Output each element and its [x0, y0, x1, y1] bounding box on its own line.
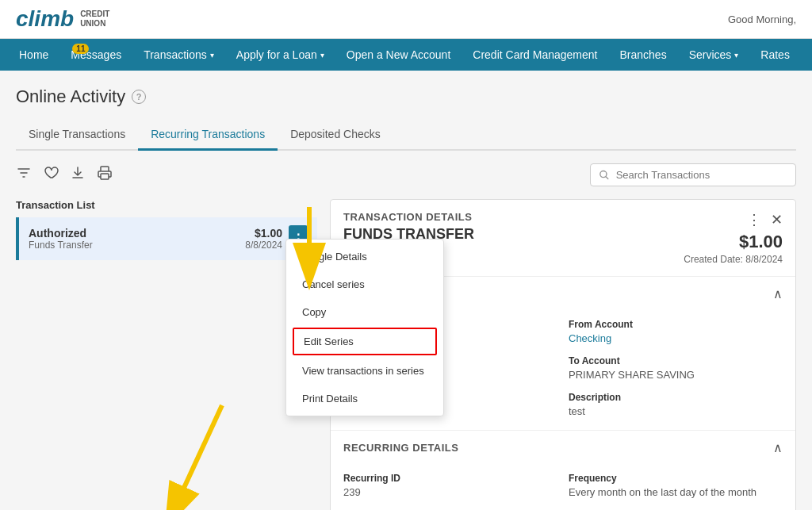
page-title-area: Online Activity ? [16, 86, 796, 107]
menu-copy[interactable]: Copy [286, 298, 443, 326]
detail-to-account: To Account PRIMARY SHARE SAVING [569, 355, 783, 381]
recurring-details-section: RECURRING DETAILS ∧ Recurring ID 239 Fre… [331, 431, 795, 510]
transactions-chevron: ▾ [210, 51, 214, 59]
services-chevron: ▾ [734, 51, 738, 59]
nav-credit-card[interactable]: Credit Card Management [462, 39, 608, 71]
nav-messages[interactable]: Messages 11 [59, 39, 132, 71]
menu-print-details[interactable]: Print Details [286, 385, 443, 412]
detail-frequency: Frequency Every month on the last day of… [569, 473, 783, 498]
tab-recurring-transactions[interactable]: Recurring Transactions [138, 120, 278, 151]
details-more-button[interactable]: ⋮ [747, 211, 761, 228]
nav-transactions[interactable]: Transactions ▾ [132, 39, 225, 71]
toolbar-icons [16, 165, 113, 185]
transaction-date: 8/8/2024 [245, 240, 282, 251]
menu-view-series[interactable]: View transactions in series [286, 357, 443, 385]
recurring-details-header[interactable]: RECURRING DETAILS ∧ [331, 431, 795, 465]
recurring-chevron: ∧ [773, 440, 783, 455]
recurring-section-title: RECURRING DETAILS [343, 442, 458, 454]
details-amount: $1.00 [684, 232, 783, 252]
search-box[interactable] [590, 163, 796, 186]
payment-chevron: ∧ [773, 286, 783, 301]
transaction-amount: $1.00 [245, 227, 282, 240]
recurring-details-content: Recurring ID 239 Frequency Every month o… [331, 465, 795, 510]
transaction-info: Authorized Funds Transfer [29, 227, 245, 251]
transaction-sub: Funds Transfer [29, 240, 245, 251]
menu-cancel-series[interactable]: Cancel series [286, 270, 443, 298]
detail-description: Description test [569, 392, 783, 417]
nav-apply-loan[interactable]: Apply for a Loan ▾ [225, 39, 335, 71]
nav-bar: Home Messages 11 Transactions ▾ Apply fo… [0, 39, 812, 71]
transaction-list: Transaction List Authorized Funds Transf… [16, 199, 317, 510]
search-input[interactable] [616, 169, 787, 181]
apply-loan-chevron: ▾ [320, 51, 324, 59]
logo-climb: climb [16, 6, 74, 32]
logo-credit-union: CREDITUNION [80, 10, 109, 29]
transaction-name: Authorized [29, 227, 245, 240]
details-close-button[interactable]: ✕ [771, 211, 783, 228]
page-content: Online Activity ? Single Transactions Re… [0, 71, 812, 510]
filter-icon[interactable] [16, 165, 32, 185]
nav-settings[interactable]: Settings ▾ [801, 39, 812, 71]
transaction-right: $1.00 8/8/2024 [245, 227, 282, 251]
toolbar [16, 163, 796, 186]
nav-services[interactable]: Services ▾ [678, 39, 750, 71]
top-bar: climb CREDITUNION Good Morning, [0, 0, 812, 39]
details-created-date: Created Date: 8/8/2024 [684, 254, 783, 265]
nav-open-account[interactable]: Open a New Account [335, 39, 462, 71]
menu-toggle-details[interactable]: Toggle Details [286, 243, 443, 270]
recurring-details-grid: Recurring ID 239 Frequency Every month o… [343, 473, 783, 510]
details-section-title: TRANSACTION DETAILS [343, 211, 684, 223]
detail-from-account: From Account Checking [569, 319, 783, 344]
logo-area: climb CREDITUNION [16, 6, 109, 32]
download-icon[interactable] [70, 165, 86, 185]
transaction-item[interactable]: Authorized Funds Transfer $1.00 8/8/2024… [16, 217, 317, 260]
greeting-text: Good Morning, [728, 13, 796, 25]
detail-recurring-id: Recurring ID 239 [343, 473, 557, 498]
svg-rect-0 [101, 167, 109, 171]
nav-rates[interactable]: Rates [749, 39, 801, 71]
menu-edit-series[interactable]: Edit Series [293, 328, 437, 355]
page-title: Online Activity [16, 86, 125, 107]
details-amount-area: $1.00 Created Date: 8/8/2024 [684, 232, 783, 265]
tabs-bar: Single Transactions Recurring Transactio… [16, 120, 796, 151]
messages-badge: 11 [72, 44, 89, 54]
list-header: Transaction List [16, 199, 317, 211]
nav-home[interactable]: Home [8, 39, 59, 71]
print-icon[interactable] [97, 165, 113, 185]
favorite-icon[interactable] [43, 165, 59, 185]
nav-branches[interactable]: Branches [608, 39, 677, 71]
main-layout: Transaction List Authorized Funds Transf… [16, 199, 796, 510]
nav-messages-wrapper: Messages 11 [59, 39, 132, 71]
svg-rect-1 [101, 174, 109, 179]
tab-single-transactions[interactable]: Single Transactions [16, 120, 138, 151]
context-menu: Toggle Details Cancel series Copy Edit S… [285, 239, 444, 416]
help-icon[interactable]: ? [132, 90, 146, 104]
tab-deposited-checks[interactable]: Deposited Checks [278, 120, 393, 151]
